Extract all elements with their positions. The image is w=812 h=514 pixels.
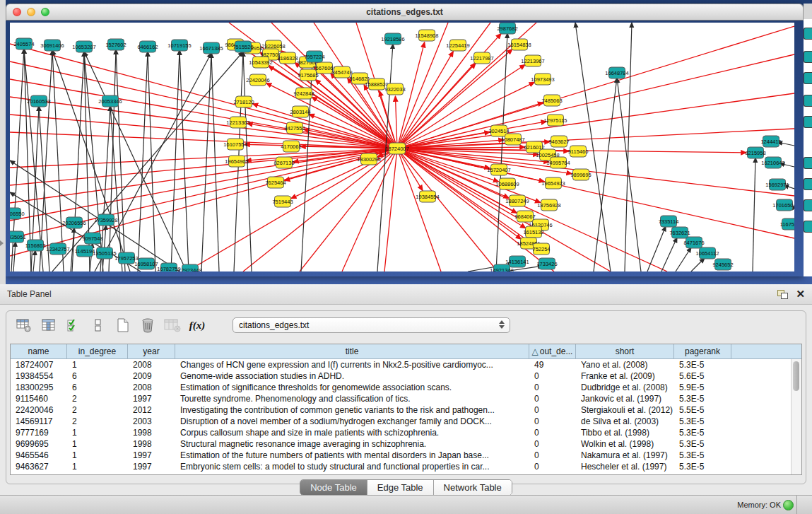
table-row[interactable]: 1456911722003Disruption of a novel membe… <box>11 416 792 427</box>
cell-in_degree[interactable]: 2 <box>67 393 128 404</box>
cell-short[interactable]: Yano et al. (2008) <box>576 359 674 370</box>
column-header-out_degree[interactable]: △out_de... <box>529 344 576 358</box>
cell-out_degree[interactable]: 0 <box>529 450 576 461</box>
cell-short[interactable]: de Silva et al. (2003) <box>576 416 674 427</box>
cell-pagerank[interactable]: 5.5E-5 <box>674 404 731 416</box>
graph-node[interactable]: 12254419 <box>446 40 469 51</box>
table-row[interactable]: 946554611997Estimation of the future num… <box>11 450 792 461</box>
cell-in_degree[interactable]: 2 <box>67 404 128 416</box>
graph-edge[interactable] <box>10 44 397 148</box>
graph-edge[interactable] <box>397 148 499 182</box>
cell-in_degree[interactable]: 6 <box>67 382 128 393</box>
graph-node[interactable]: 18724007 <box>385 143 408 154</box>
graph-node[interactable]: 1167534 <box>780 218 794 230</box>
graph-edge[interactable] <box>300 148 397 271</box>
graph-edge[interactable] <box>647 226 666 271</box>
cell-pagerank[interactable]: 5.3E-5 <box>674 461 731 472</box>
minimize-button[interactable] <box>27 8 35 16</box>
cell-year[interactable]: 2009 <box>128 370 175 382</box>
graph-node[interactable]: 12923448 <box>178 264 201 271</box>
graph-node[interactable]: 7485063 <box>541 95 562 106</box>
graph-edge[interactable] <box>691 258 705 271</box>
cell-short[interactable]: Tibbo et al. (1998) <box>576 427 674 438</box>
graph-node[interactable]: 18807249 <box>505 195 529 206</box>
graph-node[interactable]: 9245652 <box>712 259 733 270</box>
cell-name[interactable]: 14569117 <box>11 416 67 427</box>
cell-year[interactable]: 2008 <box>128 359 175 370</box>
row-selection-icon[interactable] <box>64 316 83 334</box>
cell-short[interactable]: Wolkin et al. (1998) <box>576 438 674 450</box>
table-settings-icon[interactable] <box>15 316 33 334</box>
graph-node[interactable]: 20206556 <box>62 217 86 228</box>
graph-edge[interactable] <box>661 238 677 271</box>
graph-node[interactable]: 20053346 <box>98 95 122 107</box>
cell-in_degree[interactable]: 1 <box>67 438 128 450</box>
graph-node[interactable]: 9899695 <box>570 169 591 180</box>
graph-node[interactable]: 2987682 <box>497 23 517 34</box>
cell-short[interactable]: Nakamura et al. (1997) <box>576 450 674 461</box>
cell-pagerank[interactable]: 5.9E-5 <box>674 382 731 393</box>
cell-name[interactable]: 22420046 <box>11 404 67 416</box>
graph-node[interactable]: 1733426 <box>536 258 557 269</box>
graph-edge[interactable] <box>171 50 180 271</box>
graph-node[interactable]: 12217987 <box>470 52 493 64</box>
graph-node[interactable]: 18756928 <box>537 199 560 211</box>
cell-short[interactable]: Stergiakouli et al. (2012) <box>576 404 674 416</box>
network-canvas[interactable]: 1872400798601238912954232260589827509105… <box>10 23 794 271</box>
graph-node[interactable]: 2718120 <box>233 96 254 107</box>
graph-node[interactable]: 16958107 <box>134 258 158 269</box>
graph-edge[interactable] <box>397 148 441 271</box>
column-header-in_degree[interactable]: in_degree <box>67 344 128 358</box>
table-row[interactable]: 946362711997Embryonic stem cells: a mode… <box>11 461 792 472</box>
cell-title[interactable]: Tourette syndrome. Phenomenology and cla… <box>175 393 529 404</box>
graph-node[interactable]: 13505135 <box>93 247 116 259</box>
cell-in_degree[interactable]: 2 <box>67 416 128 427</box>
graph-node[interactable]: 1156863 <box>25 240 46 251</box>
cell-out_degree[interactable]: 0 <box>529 382 576 393</box>
tab-edge-table[interactable]: Edge Table <box>367 480 434 495</box>
graph-node[interactable]: 14995764 <box>546 157 570 168</box>
column-visibility-icon[interactable] <box>40 316 58 334</box>
graph-node[interactable]: 7632621 <box>669 227 690 238</box>
graph-node[interactable]: 19218586 <box>381 33 404 45</box>
graph-edge[interactable] <box>10 148 397 221</box>
cell-name[interactable]: 18300295 <box>11 382 67 393</box>
cell-name[interactable]: 9463627 <box>11 461 67 472</box>
cell-title[interactable]: Investigating the contribution of common… <box>175 404 529 416</box>
cell-title[interactable]: Embryonic stem cells: a model to study s… <box>175 461 529 472</box>
graph-node[interactable]: 10654112 <box>696 247 719 259</box>
graph-edge[interactable] <box>116 49 125 271</box>
graph-node[interactable]: 10973493 <box>531 74 554 85</box>
graph-node[interactable]: 2803144 <box>290 106 310 117</box>
graph-node[interactable]: 10807487 <box>501 134 524 145</box>
tab-node-table[interactable]: Node Table <box>300 480 367 495</box>
graph-node[interactable]: 19384554 <box>416 191 439 202</box>
graph-edge[interactable] <box>148 52 155 271</box>
cell-title[interactable]: Genome-wide association studies in ADHD. <box>175 370 529 382</box>
graph-node[interactable]: 11548908 <box>416 30 439 41</box>
graph-edge[interactable] <box>384 148 397 271</box>
cell-pagerank[interactable]: 5.3E-5 <box>674 450 731 461</box>
graph-node[interactable]: 7519443 <box>272 196 293 207</box>
cell-title[interactable]: Disruption of a novel member of a sodium… <box>175 416 529 427</box>
graph-edge[interactable] <box>395 96 397 148</box>
tab-network-table[interactable]: Network Table <box>434 480 512 495</box>
graph-node[interactable]: 8427552 <box>284 122 305 134</box>
graph-node[interactable]: 12342757 <box>46 243 69 255</box>
cell-in_degree[interactable]: 1 <box>67 450 128 461</box>
graph-node[interactable]: 15720407 <box>487 164 510 175</box>
graph-node[interactable]: 10688609 <box>495 178 519 189</box>
graph-node[interactable]: 19654923 <box>541 177 565 189</box>
graph-edge[interactable] <box>52 50 64 271</box>
cell-name[interactable]: 9465546 <box>11 450 67 461</box>
column-header-title[interactable]: title <box>175 344 529 358</box>
graph-node[interactable]: 7515526 <box>233 41 253 52</box>
graph-node[interactable]: 16107554 <box>223 139 247 150</box>
graph-node[interactable]: 16782759 <box>157 263 180 271</box>
cell-year[interactable]: 1998 <box>128 427 175 438</box>
collapse-handle-icon[interactable] <box>0 240 4 246</box>
cell-name[interactable]: 9115460 <box>11 393 67 404</box>
graph-node[interactable]: 1145194 <box>75 245 95 257</box>
graph-edge[interactable] <box>211 53 219 271</box>
cell-year[interactable]: 1997 <box>128 450 175 461</box>
